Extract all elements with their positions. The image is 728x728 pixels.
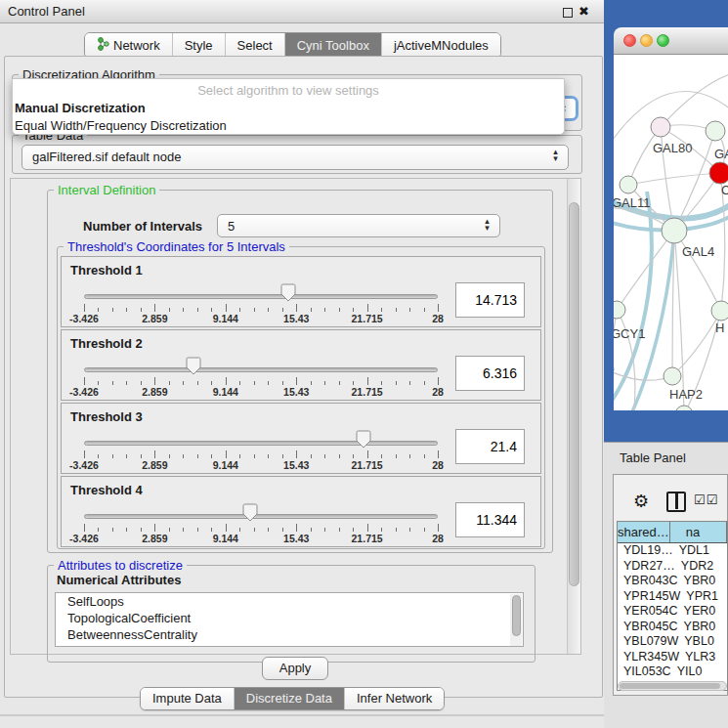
threshold-slider[interactable]: -3.4262.8599.14415.4321.71528 [84, 278, 438, 325]
tab-label: Select [237, 38, 273, 53]
list-scrollbar[interactable] [510, 594, 522, 647]
tab-select[interactable]: Select [225, 33, 284, 58]
table-row[interactable]: YER054CYER0 [618, 604, 727, 620]
network-node[interactable] [614, 301, 625, 319]
cell-name[interactable]: YBR0 [678, 574, 727, 589]
network-node[interactable] [651, 117, 670, 137]
scrollbar-thumb[interactable] [512, 595, 521, 636]
slider-track[interactable] [84, 514, 438, 519]
network-window-titlebar[interactable] [614, 27, 728, 55]
threshold-value-field[interactable] [455, 502, 525, 537]
slider-track[interactable] [84, 294, 438, 299]
table-row[interactable]: YDR27…YDR2 [618, 559, 727, 575]
network-node[interactable] [706, 121, 725, 141]
network-node[interactable] [664, 367, 681, 385]
control-panel-window: Control Panel ✖ Network Style Select Cyn… [0, 0, 604, 728]
cell-shared-name[interactable]: YPR145W [618, 589, 680, 605]
cell-name[interactable]: YDR2 [675, 559, 727, 575]
tab-impute-data[interactable]: Impute Data [141, 688, 234, 709]
checkbox-icons[interactable]: ☑☑ [694, 492, 718, 507]
network-node[interactable] [620, 176, 637, 193]
cell-shared-name[interactable]: YLR345W [618, 650, 679, 665]
slider-thumb[interactable] [186, 357, 201, 378]
network-edge[interactable] [672, 311, 721, 376]
attribute-list-item[interactable]: TopologicalCoefficient [56, 610, 523, 626]
slider-thumb[interactable] [356, 430, 371, 451]
dropdown-option-equal-width-frequency[interactable]: Equal Width/Frequency Discretization [13, 117, 564, 135]
network-edge[interactable] [628, 173, 720, 185]
scrollbar-thumb[interactable] [620, 683, 720, 689]
apply-button[interactable]: Apply [262, 657, 328, 680]
algorithm-dropdown-popup: Select algorithm to view settings Manual… [12, 78, 565, 135]
numerical-attributes-list[interactable]: SelfLoopsTopologicalCoefficientBetweenne… [55, 592, 524, 647]
gear-icon[interactable]: ⚙ [633, 491, 649, 512]
cell-name[interactable]: YLR3 [679, 650, 727, 665]
zoom-traffic-light[interactable] [657, 34, 669, 47]
column-layout-icon[interactable] [666, 492, 686, 512]
column-header-shared-name[interactable]: shared… [618, 522, 670, 542]
network-edge[interactable] [674, 231, 721, 311]
cell-name[interactable]: YIL0 [671, 664, 727, 680]
vertical-scrollbar[interactable] [567, 179, 580, 654]
tab-discretize-data[interactable]: Discretize Data [234, 688, 344, 709]
network-node[interactable] [711, 301, 728, 321]
cell-name[interactable]: YBR0 [678, 620, 727, 635]
threshold-slider[interactable]: -3.4262.8599.14415.4321.71528 [84, 425, 438, 472]
tick-label: 21.715 [352, 533, 383, 544]
table-row[interactable]: YLR345WYLR3 [618, 650, 727, 665]
slider-thumb[interactable] [280, 283, 296, 305]
cell-name[interactable]: YDL1 [673, 543, 727, 559]
slider-track[interactable] [84, 367, 438, 372]
table-row[interactable]: YDL19…YDL1 [618, 543, 727, 559]
network-node[interactable] [675, 406, 693, 410]
horizontal-scrollbar[interactable] [618, 681, 727, 691]
table-row[interactable]: YBL079WYBL0 [618, 634, 727, 650]
table-row[interactable]: YPR145WYPR1 [618, 589, 727, 605]
tab-cyni-toolbox[interactable]: Cyni Toolbox [284, 33, 381, 58]
minimize-traffic-light[interactable] [640, 34, 653, 47]
cell-shared-name[interactable]: YBR043C [618, 574, 678, 589]
table-row[interactable]: YBR043CYBR0 [618, 574, 727, 589]
attribute-list-item[interactable]: SelfLoops [56, 593, 523, 610]
network-node-label: GCY1 [614, 326, 645, 341]
slider-thumb[interactable] [242, 503, 258, 525]
table-row[interactable]: YIL053CYIL0 [618, 664, 727, 680]
table-row[interactable]: YBR045CYBR0 [618, 620, 727, 635]
network-node[interactable] [662, 218, 687, 243]
tab-jactivemnodules[interactable]: jActiveMNodules [381, 33, 500, 58]
cell-name[interactable]: YPR1 [680, 589, 727, 605]
attribute-list-item[interactable]: BetweennessCentrality [56, 626, 523, 643]
network-edge[interactable] [661, 72, 728, 127]
cell-name[interactable]: YER0 [678, 604, 727, 620]
cell-shared-name[interactable]: YBR045C [618, 620, 678, 635]
control-panel-titlebar[interactable]: Control Panel ✖ [0, 0, 604, 23]
cell-shared-name[interactable]: YBL079W [618, 634, 678, 650]
checkbox-icon[interactable]: ☑ [694, 492, 707, 507]
table-data-combobox[interactable]: galFiltered.sif default node ▴▾ [21, 145, 569, 170]
float-window-icon[interactable] [563, 8, 573, 18]
threshold-value-field[interactable] [455, 282, 525, 318]
tab-network[interactable]: Network [85, 33, 172, 58]
threshold-slider[interactable]: -3.4262.8599.14415.4321.71528 [84, 498, 438, 545]
threshold-value-field[interactable] [455, 429, 525, 464]
column-header-name[interactable]: na [670, 522, 727, 542]
network-canvas[interactable]: GAL80GAGAL11CGAL4GCY1HHAP2 [614, 55, 728, 410]
cell-shared-name[interactable]: YIL053C [618, 664, 671, 680]
slider-track[interactable] [84, 441, 438, 446]
checkbox-icon[interactable]: ☑ [707, 492, 719, 507]
network-node[interactable] [709, 162, 728, 184]
close-traffic-light[interactable] [623, 34, 636, 47]
dropdown-option-manual-discretization[interactable]: Manual Discretization [13, 100, 564, 117]
cell-shared-name[interactable]: YDR27… [618, 559, 675, 575]
tab-style[interactable]: Style [172, 33, 225, 58]
threshold-value-field[interactable] [455, 356, 525, 391]
tick-label: 28 [432, 459, 444, 471]
scrollbar-thumb[interactable] [569, 202, 579, 586]
cell-shared-name[interactable]: YER054C [618, 604, 678, 620]
close-icon[interactable]: ✖ [578, 4, 589, 19]
tab-infer-network[interactable]: Infer Network [344, 688, 444, 709]
threshold-slider[interactable]: -3.4262.8599.14415.4321.71528 [84, 352, 438, 399]
cell-shared-name[interactable]: YDL19… [618, 543, 673, 559]
cell-name[interactable]: YBL0 [678, 634, 727, 650]
number-of-intervals-combobox[interactable]: 5 ▴▾ [217, 214, 500, 237]
